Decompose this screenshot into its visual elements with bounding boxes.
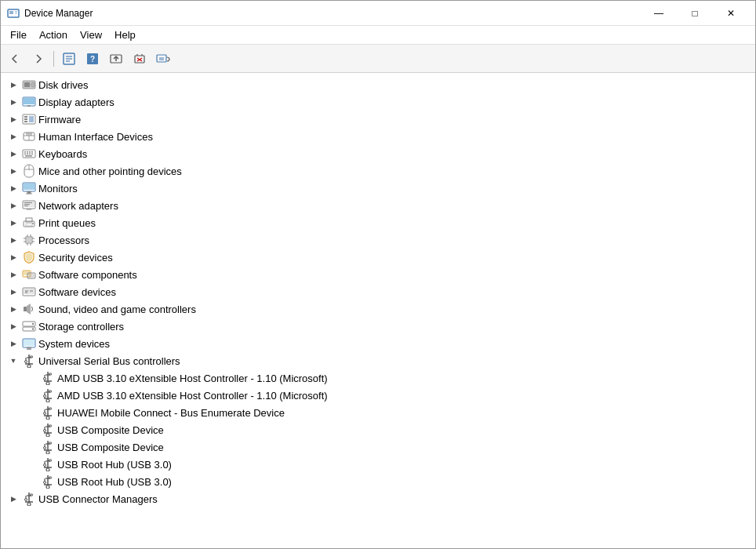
svg-point-100 (44, 378, 46, 380)
tree-item-softdev[interactable]: ▶ Software devices (1, 283, 755, 300)
svg-point-144 (46, 485, 49, 489)
no-expand-6 (26, 458, 38, 471)
window-title: Device Manager (24, 8, 641, 19)
svg-rect-79 (24, 307, 27, 311)
tree-item-firmware[interactable]: ▶ Firmware (1, 111, 755, 128)
monitor-icon (22, 181, 36, 195)
tree-item-amd-usb-1[interactable]: AMD USB 3.10 eXtensible Host Controller … (20, 369, 755, 387)
svg-rect-112 (49, 408, 52, 409)
svg-point-102 (46, 382, 49, 385)
device-manager-window: Device Manager — □ ✕ File Action View He… (0, 0, 756, 549)
tree-item-sound[interactable]: ▶ Sound, video and game controllers (1, 300, 755, 318)
tree-item-usb-composite-2[interactable]: USB Composite Device (20, 438, 755, 456)
menu-view[interactable]: View (74, 26, 108, 45)
tree-view[interactable]: ▶ Disk drives ▶ (1, 73, 755, 548)
tree-item-usb[interactable]: ▼ Universal Serial Bus controllers (1, 352, 755, 369)
minimize-button[interactable]: — (641, 1, 677, 26)
expand-print[interactable]: ▶ (7, 216, 20, 229)
firmware-label: Firmware (38, 114, 81, 125)
tree-item-storage[interactable]: ▶ Storage controllers (1, 318, 755, 335)
tree-item-hid[interactable]: ▶ Human Interface Devices (1, 128, 755, 145)
usb-child-icon-2 (41, 388, 55, 402)
tree-item-system[interactable]: ▶ System devices (1, 335, 755, 352)
expand-network[interactable]: ▶ (7, 199, 20, 212)
expand-storage[interactable]: ▶ (7, 320, 20, 333)
expand-keyboards[interactable]: ▶ (7, 147, 20, 160)
toolbar-separator-1 (53, 51, 54, 67)
back-button[interactable] (4, 48, 26, 70)
tree-item-display[interactable]: ▶ Display adapters (1, 93, 755, 111)
svg-point-95 (27, 365, 31, 368)
main-content: ▶ Disk drives ▶ (1, 73, 755, 548)
keyboards-label: Keyboards (38, 148, 87, 160)
tree-item-usb-root-2[interactable]: USB Root Hub (USB 3.0) (20, 473, 755, 490)
menu-file[interactable]: File (4, 26, 33, 45)
storage-label: Storage controllers (38, 321, 124, 333)
usbconn-icon (22, 492, 36, 506)
no-expand-7 (26, 475, 38, 488)
svg-point-114 (44, 413, 46, 415)
usb-child-icon-1 (41, 371, 55, 385)
network-label: Network adapters (38, 200, 118, 212)
expand-processors[interactable]: ▶ (7, 234, 20, 246)
tree-item-processors[interactable]: ▶ Processors (1, 231, 755, 249)
svg-rect-27 (24, 116, 27, 118)
svg-point-137 (46, 468, 49, 471)
svg-rect-28 (24, 118, 27, 120)
svg-point-149 (25, 499, 27, 501)
hid-icon (22, 129, 36, 144)
tree-item-usb-composite-1[interactable]: USB Composite Device (20, 421, 755, 438)
expand-sound[interactable]: ▶ (7, 303, 20, 315)
svg-point-22 (32, 84, 34, 85)
expand-hid[interactable]: ▶ (7, 130, 20, 143)
expand-system[interactable]: ▶ (7, 337, 20, 350)
display-icon (22, 95, 36, 109)
expand-monitors[interactable]: ▶ (7, 182, 20, 195)
forward-button[interactable] (27, 48, 49, 70)
softdev-icon (22, 285, 36, 299)
expand-mice[interactable]: ▶ (7, 165, 20, 177)
menu-help[interactable]: Help (108, 26, 142, 45)
expand-softcomp[interactable]: ▶ (7, 268, 20, 281)
uninstall-button[interactable] (129, 48, 151, 70)
tree-item-huawei[interactable]: HUAWEI Mobile Connect - Bus Enumerate De… (20, 404, 755, 421)
properties-button[interactable] (58, 48, 80, 70)
svg-rect-18 (159, 57, 164, 60)
expand-security[interactable]: ▶ (7, 251, 20, 264)
tree-item-monitors[interactable]: ▶ Monitors (1, 180, 755, 197)
maximize-button[interactable]: □ (677, 1, 713, 26)
usb-children: AMD USB 3.10 eXtensible Host Controller … (1, 369, 755, 490)
processor-icon (22, 233, 36, 247)
processors-label: Processors (38, 235, 89, 246)
tree-item-mice[interactable]: ▶ Mice and other pointing devices (1, 162, 755, 180)
update-button[interactable] (105, 48, 127, 70)
expand-disk[interactable]: ▶ (7, 78, 20, 91)
svg-rect-29 (24, 121, 27, 122)
close-button[interactable]: ✕ (713, 1, 749, 26)
tree-item-security[interactable]: ▶ Security devices (1, 249, 755, 266)
softcomp-icon (22, 267, 36, 282)
menu-action[interactable]: Action (33, 26, 74, 45)
security-icon (22, 250, 36, 264)
svg-rect-98 (49, 373, 52, 375)
tree-item-disk[interactable]: ▶ Disk drives (1, 76, 755, 93)
expand-usbconn[interactable]: ▶ (7, 493, 20, 505)
usb-label: Universal Serial Bus controllers (38, 355, 180, 367)
expand-softdev[interactable]: ▶ (7, 285, 20, 298)
display-label: Display adapters (38, 96, 114, 108)
usb-composite-1-label: USB Composite Device (57, 424, 164, 436)
expand-display[interactable]: ▶ (7, 96, 20, 108)
svg-rect-119 (49, 425, 52, 427)
tree-item-keyboards[interactable]: ▶ Keyboards (1, 145, 755, 162)
tree-item-network[interactable]: ▶ Network adapters (1, 197, 755, 214)
tree-item-usbconn[interactable]: ▶ USB Connector Managers (1, 490, 755, 507)
tree-item-print[interactable]: ▶ Print queues (1, 214, 755, 231)
tree-item-amd-usb-2[interactable]: AMD USB 3.10 eXtensible Host Controller … (20, 387, 755, 404)
expand-firmware[interactable]: ▶ (7, 113, 20, 125)
expand-usb[interactable]: ▼ (7, 354, 20, 367)
scan-button[interactable] (152, 48, 174, 70)
tree-item-usb-root-1[interactable]: USB Root Hub (USB 3.0) (20, 456, 755, 473)
tree-item-softcomp[interactable]: ▶ Software components (1, 266, 755, 283)
svg-rect-42 (29, 154, 31, 155)
help-button[interactable]: ? (82, 48, 104, 70)
